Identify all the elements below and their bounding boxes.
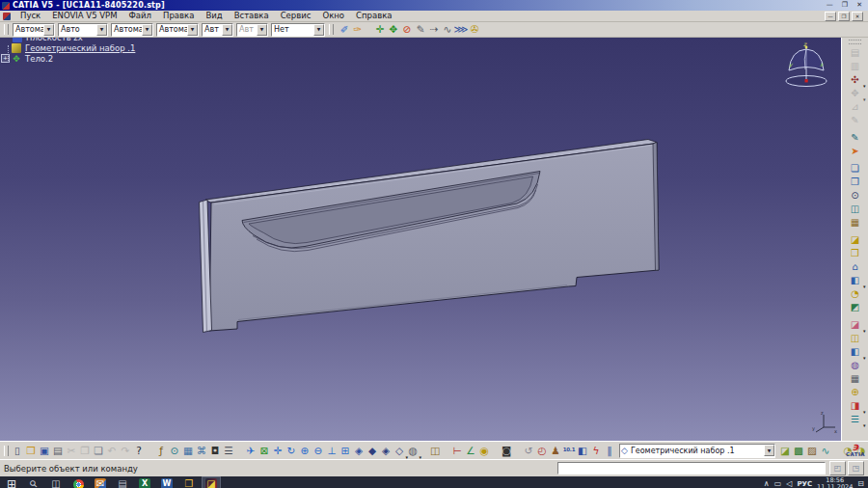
catalog-icon[interactable]: ◫: [428, 444, 442, 458]
lock-icon[interactable]: ◘: [208, 444, 222, 458]
graphic-property-combo[interactable]: Автома: [13, 23, 55, 37]
menu-item[interactable]: Окно: [316, 11, 350, 21]
sweep-icon[interactable]: ∿: [819, 444, 832, 458]
paste-format-icon[interactable]: ▥: [847, 60, 864, 73]
painter-icon[interactable]: ✐: [338, 23, 351, 37]
task-view-icon[interactable]: ◫: [46, 476, 66, 488]
toolbar-drag-handle[interactable]: [4, 24, 9, 35]
fillet-icon[interactable]: ◪: [847, 318, 864, 332]
pattern-icon[interactable]: ⊕: [847, 386, 864, 399]
selection-filter-icon[interactable]: ⊘: [400, 23, 414, 37]
status-knowledge-button[interactable]: ◳: [848, 461, 864, 475]
redo-icon[interactable]: ↷: [119, 444, 132, 458]
tray-speaker-icon[interactable]: ◁: [786, 480, 792, 488]
volume-icon[interactable]: ◧: [576, 444, 589, 458]
status-expand-button[interactable]: ◰: [829, 461, 846, 475]
paste-icon[interactable]: ❏: [92, 444, 105, 458]
draft-icon[interactable]: ◧: [847, 345, 864, 359]
window-icon[interactable]: ❐: [847, 176, 864, 189]
design-table-icon[interactable]: ▦: [181, 444, 195, 458]
advisor-icon[interactable]: ⊙: [168, 444, 181, 458]
pattern-surface-icon[interactable]: ▨: [805, 444, 819, 458]
fit-all-in-icon[interactable]: ⊠: [258, 444, 271, 458]
shaded-view-icon[interactable]: ◆: [366, 444, 379, 458]
hidden-line-icon[interactable]: ◍: [406, 444, 420, 458]
sketcher-icon[interactable]: ✎: [847, 131, 864, 145]
shaft-icon[interactable]: ⌂: [847, 260, 864, 274]
clock-icon[interactable]: ◴: [535, 444, 549, 458]
manikin-icon[interactable]: ♟: [549, 444, 562, 458]
menu-item[interactable]: Правка: [157, 11, 200, 21]
measure-inertia-icon[interactable]: ◉: [477, 444, 491, 458]
snap-icon[interactable]: ⊿: [847, 100, 864, 114]
thick-surface-icon[interactable]: ☰: [847, 413, 864, 426]
tray-chevron-icon[interactable]: ∧: [764, 480, 770, 488]
menu-item[interactable]: Сервис: [275, 11, 317, 21]
shell-icon[interactable]: ◔: [847, 287, 864, 301]
power-input-field[interactable]: [557, 462, 826, 474]
explorer-icon[interactable]: ❒: [179, 476, 199, 488]
graphic-wizard-icon[interactable]: ✑: [351, 23, 365, 37]
graphic-property-combo[interactable]: Авт: [236, 23, 268, 37]
close-button[interactable]: ✕: [856, 1, 862, 10]
reset-view-icon[interactable]: ↺: [522, 444, 535, 458]
open-folder-icon[interactable]: ❒: [24, 444, 38, 458]
dashed-arrow-icon[interactable]: ⇢: [427, 23, 441, 37]
compass[interactable]: z y x: [777, 40, 835, 93]
ruler-icon[interactable]: ∥: [603, 444, 616, 458]
look-at-icon[interactable]: ❏: [847, 162, 864, 176]
menu-item[interactable]: Вставка: [229, 11, 275, 21]
split-icon[interactable]: ◨: [847, 399, 864, 413]
rib-icon[interactable]: ◩: [847, 301, 864, 314]
smart-pick-icon[interactable]: ✎: [847, 114, 864, 127]
instantiation-icon[interactable]: ⋙: [454, 23, 468, 37]
zoom-out-icon[interactable]: ⊖: [312, 444, 325, 458]
viewport-3d[interactable]: Плоскость zx Геометрический набор .1 + ✥…: [0, 38, 841, 441]
whats-this-icon[interactable]: ?: [132, 444, 146, 458]
depth-effect-icon[interactable]: ◫: [847, 203, 864, 216]
menu-item[interactable]: Вид: [200, 11, 228, 21]
pocket-icon[interactable]: ❒: [847, 247, 864, 260]
chamfer-icon[interactable]: ◫: [847, 332, 864, 345]
select-arrow-icon[interactable]: ➤: [847, 145, 864, 158]
wireframe-icon[interactable]: ◇: [393, 444, 406, 458]
graphic-property-combo[interactable]: Автома: [156, 23, 199, 37]
lightning-icon[interactable]: ϟ: [589, 444, 603, 458]
dock-drag-handle[interactable]: [849, 40, 861, 44]
dimension-icon[interactable]: 10.1: [562, 444, 576, 458]
axis-system-icon[interactable]: ✥: [387, 23, 400, 37]
shaded-edges-icon[interactable]: ◈: [379, 444, 393, 458]
copy-icon[interactable]: ❐: [78, 444, 92, 458]
start-button[interactable]: ⊞: [2, 476, 21, 488]
zoom-in-icon[interactable]: ⊕: [298, 444, 312, 458]
taskbar-clock[interactable]: 18:56 11.11.2024: [817, 477, 853, 488]
fly-mode-icon[interactable]: ✈: [244, 444, 258, 458]
menu-item[interactable]: Справка: [350, 11, 397, 21]
extrude-icon[interactable]: ◪: [778, 444, 792, 458]
maximize-button[interactable]: ❐: [842, 1, 848, 10]
tray-desktop-icon[interactable]: ⊟: [857, 480, 864, 488]
doc-minimize-button[interactable]: —: [825, 12, 836, 21]
spline-icon[interactable]: ∿: [441, 23, 454, 37]
measure-item-icon[interactable]: ∠: [464, 444, 477, 458]
tray-monitor-icon[interactable]: ▭: [774, 480, 782, 488]
new-file-icon[interactable]: ▯: [11, 444, 24, 458]
graphic-property-combo[interactable]: Автома: [111, 23, 153, 37]
pad-icon[interactable]: ◪: [847, 233, 864, 247]
iso-view-icon[interactable]: ◈: [352, 444, 366, 458]
working-object-combo[interactable]: ◇ Геометрический набор .1: [619, 444, 775, 458]
doc-restore-button[interactable]: ❐: [838, 12, 850, 21]
formula-icon[interactable]: ƒ: [154, 444, 168, 458]
pan-icon[interactable]: ✛: [271, 444, 285, 458]
revolve-icon[interactable]: ▩: [792, 444, 805, 458]
graphic-property-combo[interactable]: Авто: [58, 23, 108, 37]
doc-close-button[interactable]: ✕: [852, 12, 863, 21]
part-3d[interactable]: [0, 38, 841, 441]
pen-icon[interactable]: ✎: [414, 23, 427, 37]
hole-icon[interactable]: ◧: [847, 274, 864, 287]
toolbar-drag-handle[interactable]: [4, 446, 9, 456]
manipulation-icon[interactable]: ✥: [847, 87, 864, 100]
search-icon[interactable]: ⚲: [24, 476, 43, 488]
graphic-property-combo[interactable]: Авт: [202, 23, 233, 37]
printer-icon[interactable]: ▤: [113, 476, 132, 488]
